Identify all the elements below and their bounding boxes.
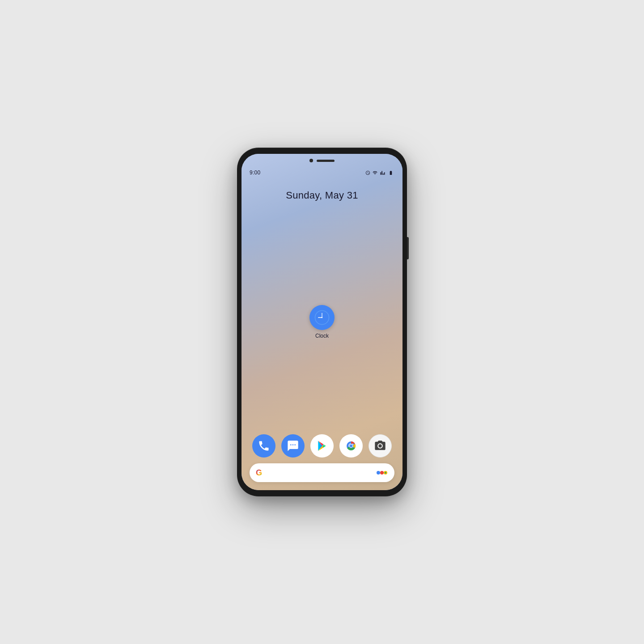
signal-icon [380, 170, 386, 175]
clock-app-label: Clock [315, 333, 329, 339]
svg-point-10 [350, 445, 352, 447]
date-text: Sunday, May 31 [286, 190, 358, 201]
google-g-logo: G [256, 468, 262, 478]
camera-app-icon[interactable] [369, 434, 392, 458]
svg-point-12 [380, 471, 384, 475]
home-screen: 9:00 [242, 154, 402, 490]
chrome-app-icon[interactable] [339, 434, 363, 458]
messages-app-icon[interactable] [281, 434, 305, 458]
alarm-icon [365, 170, 370, 175]
phone-device: 9:00 [237, 148, 407, 496]
play-store-app-icon[interactable] [310, 434, 334, 458]
svg-point-14 [385, 472, 386, 474]
status-time: 9:00 [250, 169, 261, 176]
google-assistant-icon[interactable] [376, 468, 388, 477]
status-bar: 9:00 [242, 167, 402, 178]
phone-screen: 9:00 [242, 154, 402, 490]
google-search-bar[interactable]: G [250, 463, 394, 482]
messages-icon [287, 440, 299, 452]
clock-app-icon[interactable] [309, 305, 335, 330]
notch-area [242, 154, 402, 167]
svg-point-11 [377, 471, 380, 475]
wifi-icon [372, 170, 378, 175]
phone-app-icon[interactable] [252, 434, 275, 458]
date-display: Sunday, May 31 [242, 190, 402, 201]
app-dock [250, 431, 394, 461]
chrome-icon [344, 439, 358, 453]
camera-icon [374, 440, 386, 452]
play-store-icon [315, 439, 329, 453]
earpiece-speaker [317, 160, 335, 162]
clock-app[interactable]: Clock [309, 305, 335, 339]
phone-icon [258, 440, 270, 452]
battery-icon [387, 170, 394, 175]
clock-svg [314, 309, 330, 326]
front-camera [309, 159, 313, 162]
status-icons [365, 170, 394, 175]
